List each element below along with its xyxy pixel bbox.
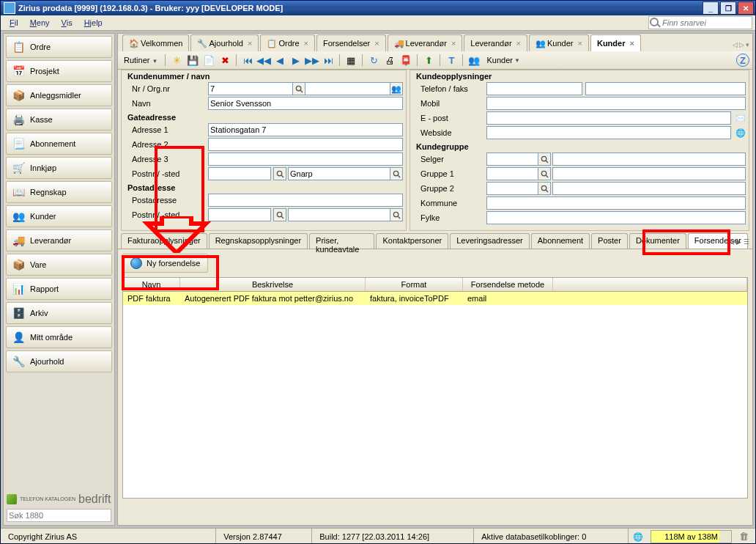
tab-close-icon[interactable]: ×	[304, 39, 308, 48]
toolbar-print-icon[interactable]: 🖨	[383, 54, 396, 67]
tab-close-icon[interactable]: ×	[374, 39, 379, 48]
toolbar-copy-icon[interactable]: 📄	[202, 54, 215, 67]
toolbar-kunder-dropdown[interactable]: Kunder▼	[483, 56, 522, 65]
quick-search-input[interactable]	[648, 16, 752, 29]
toolbar-text-icon[interactable]: T	[445, 54, 458, 67]
input-postpsted[interactable]	[290, 209, 388, 221]
input-fylke[interactable]	[489, 212, 744, 224]
subtab-priser-kundeavtale[interactable]: Priser, kundeavtale	[309, 233, 374, 249]
menu-vis[interactable]: Vis	[56, 17, 78, 29]
toolbar-refresh-icon[interactable]: ↻	[367, 54, 380, 67]
table-header[interactable]: Navn	[123, 278, 180, 291]
menu-meny[interactable]: Meny	[24, 17, 56, 29]
input-postnr[interactable]	[210, 168, 269, 180]
toolbar-excel-icon[interactable]: ⬆	[422, 54, 435, 67]
subtab-poster[interactable]: Poster	[591, 233, 628, 249]
status-trash-icon[interactable]: 🗑	[739, 531, 751, 543]
table-header[interactable]: Forsendelse metode	[463, 278, 553, 291]
lookup-g1-icon[interactable]	[538, 167, 551, 180]
input-web[interactable]	[489, 127, 729, 139]
input-g1[interactable]	[489, 168, 536, 180]
tab-close-icon[interactable]: ×	[516, 39, 521, 48]
subtab-next-icon[interactable]: ▶	[736, 238, 741, 246]
subtab-kontaktpersoner[interactable]: Kontaktpersoner	[376, 233, 448, 249]
tab-kunder-6[interactable]: 👥Kunder×	[529, 34, 589, 51]
lookup-nr-icon[interactable]	[292, 82, 305, 95]
tab-close-icon[interactable]: ×	[629, 39, 634, 48]
subtab-dokumenter[interactable]: Dokumenter	[629, 233, 686, 249]
toolbar-prev-icon[interactable]: ◀◀	[257, 54, 270, 67]
sidebar-item-mitt-område[interactable]: 👤Mitt område	[6, 326, 112, 348]
toolbar-save-icon[interactable]: 💾	[186, 54, 199, 67]
menu-hjelp[interactable]: Hjelp	[78, 17, 108, 29]
sidebar-item-kunder[interactable]: 👥Kunder	[6, 205, 112, 227]
input-selger[interactable]	[489, 153, 536, 165]
table-row[interactable]: PDF fakturaAutogenerert PDF faktura mot …	[123, 292, 747, 305]
input-kommune[interactable]	[489, 197, 744, 209]
mail-icon[interactable]: ✉️	[735, 114, 746, 123]
input-postpnr[interactable]	[210, 209, 269, 221]
input-selger-name[interactable]	[555, 153, 744, 165]
sidebar-item-vare[interactable]: 📦Vare	[6, 254, 112, 276]
toolbar-grid-icon[interactable]: ▦	[344, 54, 357, 67]
sidebar-item-ordre[interactable]: 📋Ordre	[6, 36, 112, 58]
sidebar-item-ajourhold[interactable]: 🔧Ajourhold	[6, 350, 112, 372]
sidebar-item-kasse[interactable]: 🖨️Kasse	[6, 109, 112, 131]
sidebar-item-anleggsmidler[interactable]: 📦Anleggsmidler	[6, 84, 112, 106]
menu-fil[interactable]: Fil	[4, 17, 24, 29]
toolbar-next-icon[interactable]: ▶▶	[305, 54, 319, 67]
sidebar-item-rapport[interactable]: 📊Rapport	[6, 278, 112, 300]
lookup-g2-icon[interactable]	[538, 182, 551, 195]
tab-close-icon[interactable]: ×	[578, 39, 582, 48]
subtab-leveringsadresser[interactable]: Leveringsadresser	[450, 233, 530, 249]
input-g2-name[interactable]	[555, 183, 744, 194]
tab-prev-icon[interactable]: ◁	[733, 41, 738, 48]
sidebar-item-arkiv[interactable]: 🗄️Arkiv	[6, 302, 112, 324]
input-adr2[interactable]	[210, 139, 401, 150]
tab-next-icon[interactable]: ▷	[739, 41, 744, 48]
toolbar-help-icon[interactable]: Z	[736, 54, 749, 67]
minimize-button[interactable]: _	[703, 1, 719, 15]
input-adr1[interactable]	[210, 124, 401, 136]
input-adr3[interactable]	[210, 153, 401, 165]
tab-close-icon[interactable]: ×	[248, 39, 252, 48]
sidebar-item-leverandør[interactable]: 🚚Leverandør	[6, 229, 112, 251]
tab-list-icon[interactable]: ▾	[746, 41, 749, 48]
input-postadr[interactable]	[210, 194, 401, 206]
subtab-prev-icon[interactable]: ◁	[729, 238, 734, 246]
subtab-list-icon[interactable]: ☰	[744, 238, 749, 246]
subtab-regnskapsopplysninger[interactable]: Regnskapsopplysninger	[209, 233, 308, 249]
tab-ajourhold-1[interactable]: 🔧Ajourhold×	[190, 34, 259, 51]
input-navn[interactable]	[210, 98, 401, 109]
toolbar-rutiner[interactable]: Rutiner ▼	[121, 56, 160, 65]
restore-button[interactable]: ❐	[720, 1, 736, 15]
sidebar-item-abonnement[interactable]: 📃Abonnement	[6, 133, 112, 155]
lookup-postnr-icon[interactable]	[273, 167, 286, 180]
sidebar-item-innkjøp[interactable]: 🛒Innkjøp	[6, 157, 112, 179]
input-epost[interactable]	[489, 112, 729, 124]
toolbar-first-icon[interactable]: ⏮	[241, 54, 254, 67]
tab-leverandør-5[interactable]: Leverandør×	[464, 34, 527, 51]
toolbar-new-icon[interactable]: ✳	[170, 54, 183, 67]
table-header[interactable]: Beskrivelse	[180, 278, 366, 291]
toolbar-fwd-icon[interactable]: ▶	[289, 54, 303, 67]
lookup-selger-icon[interactable]	[538, 152, 551, 166]
input-poststed[interactable]	[290, 168, 388, 180]
table-header[interactable]: Format	[366, 278, 463, 291]
tab-forsendelser-3[interactable]: Forsendelser×	[316, 34, 386, 51]
sidebar-item-regnskap[interactable]: 📖Regnskap	[6, 181, 112, 203]
toolbar-mail-icon[interactable]: 📮	[399, 54, 412, 67]
lookup-postpsted-icon[interactable]	[390, 208, 403, 221]
input-telefon[interactable]	[489, 83, 580, 95]
input-orgnr[interactable]	[307, 83, 388, 95]
lookup-postpnr-icon[interactable]	[273, 208, 286, 221]
tab-leverandør-4[interactable]: 🚚Leverandør×	[388, 34, 463, 51]
tab-close-icon[interactable]: ×	[451, 39, 456, 48]
status-globe-icon[interactable]: 🌐	[629, 532, 648, 542]
sidebar-search-input[interactable]	[7, 509, 111, 522]
toolbar-delete-icon[interactable]: ✖	[218, 54, 231, 67]
sidebar-item-prosjekt[interactable]: 📅Prosjekt	[6, 60, 112, 82]
lookup-poststed-icon[interactable]	[390, 167, 403, 180]
input-g2[interactable]	[489, 183, 536, 194]
input-faks[interactable]	[588, 83, 744, 95]
